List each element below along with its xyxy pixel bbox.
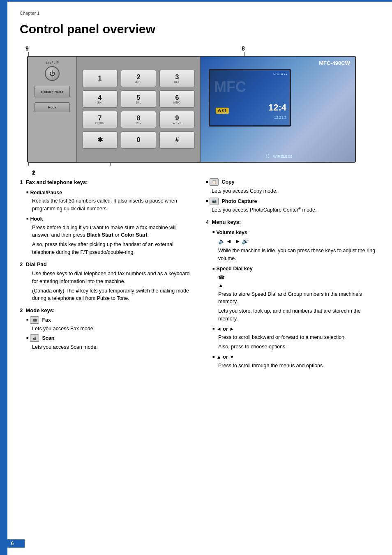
fax-mode-item: ■ 📠 Fax — [26, 316, 194, 324]
panel-diagram: 9 8 On / Off ⏻ Redial / Pause — [20, 44, 357, 172]
mfc-logo: MFC — [214, 78, 246, 96]
photo-label: Photo Capture — [221, 198, 257, 205]
scan-label: Scan — [42, 334, 54, 342]
photo-icon: 📷 — [210, 198, 219, 205]
volume-text: While the machine is idle, you can press… — [218, 247, 380, 263]
section-1-title: 1 Fax and telephone keys: — [20, 178, 194, 187]
onoff-button[interactable]: ⏻ — [45, 66, 60, 81]
model-label: MFC-490CW — [319, 60, 350, 66]
hook-heading: Hook — [26, 215, 194, 223]
speed-dial-text-1: Press to store Speed Dial and Group numb… — [218, 290, 380, 306]
hook-text-2: Also, press this key after picking up th… — [32, 241, 194, 256]
dial-key-4[interactable]: 4GHI — [82, 90, 118, 108]
onoff-button-area: On / Off ⏻ — [45, 61, 60, 81]
fax-label: Fax — [42, 316, 51, 324]
copy-mode-item: ■ 📋 Copy — [206, 178, 380, 186]
lr-text-1: Press to scroll backward or forward to a… — [218, 334, 380, 341]
dial-key-✱[interactable]: ✱ — [82, 131, 118, 149]
redial-pause-heading: Redial/Pause — [26, 189, 194, 197]
right-column: ■ 📋 Copy Lets you access Copy mode. ■ 📷 … — [206, 178, 380, 371]
top-line — [7, 0, 392, 2]
dial-key-1[interactable]: 1 — [82, 70, 118, 87]
lcd-screen: MFC Mem. ■ ●● 12:4 12.21.2 ⊙ 01 — [209, 69, 291, 127]
chapter-label: Chapter 1 — [20, 11, 380, 16]
power-icon: ⏻ — [49, 70, 55, 77]
panel-display: MFC-490CW MFC Mem. ■ ●● 12:4 12.21.2 ⊙ 0… — [201, 57, 355, 162]
dial-key-6[interactable]: 6MNO — [159, 90, 195, 108]
dial-key-8[interactable]: 8TUV — [121, 111, 156, 128]
photo-mode-item: ■ 📷 Photo Capture — [206, 198, 380, 205]
dial-key-7[interactable]: 7PQRS — [82, 111, 118, 128]
panel-left-section: On / Off ⏻ Redial / Pause Hook — [28, 57, 77, 162]
fax-text: Lets you access Fax mode. — [32, 325, 194, 333]
icon-01: ⊙ 01 — [216, 108, 229, 114]
dial-pad-text-1: Use these keys to dial telephone and fax… — [32, 270, 194, 286]
bullet-icon: ■ — [26, 336, 28, 341]
bullet-icon: ■ — [26, 317, 28, 323]
bullet-icon: ■ — [206, 180, 208, 185]
redial-pause-text: Redials the last 30 numbers called. It a… — [32, 197, 194, 213]
photo-text: Lets you access PhotoCapture Center® mod… — [212, 206, 380, 214]
section-4-title: 4 Menu keys: — [206, 218, 380, 226]
volume-keys-heading: Volume keys — [212, 229, 380, 237]
left-column: 1 Fax and telephone keys: Redial/Pause R… — [20, 178, 194, 371]
mem-indicator: Mem. ■ ●● — [273, 73, 287, 76]
speed-dial-symbols: ☎▲ — [218, 274, 380, 290]
dial-key-#[interactable]: # — [159, 131, 195, 149]
panel-illustration: On / Off ⏻ Redial / Pause Hook 12ABC3DEF… — [27, 56, 356, 163]
label-8: 8 — [242, 45, 245, 52]
time-display: 12:4 — [268, 102, 286, 113]
lr-text-2: Also, press to choose options. — [218, 343, 380, 351]
speed-dial-heading: Speed Dial key — [212, 265, 380, 273]
scan-icon: 🖨 — [30, 334, 39, 342]
content-columns: 1 Fax and telephone keys: Redial/Pause R… — [20, 178, 380, 371]
left-accent — [0, 0, 7, 555]
redial-pause-button[interactable]: Redial / Pause — [35, 86, 70, 97]
label-9: 9 — [25, 45, 29, 52]
fax-icon: 📠 — [30, 316, 39, 324]
dial-key-3[interactable]: 3DEF — [159, 70, 195, 87]
label-2: 2 — [32, 169, 35, 176]
wireless-text: WIRELESS — [273, 154, 293, 159]
ud-heading: ▲ or ▼ — [212, 353, 380, 361]
hook-text-1: Press before dialing if you want to make… — [32, 224, 194, 240]
hook-button[interactable]: Hook — [35, 102, 70, 112]
scan-text: Lets you access Scan mode. — [32, 343, 194, 351]
section-2-title: 2 Dial Pad — [20, 260, 194, 269]
copy-label: Copy — [221, 178, 234, 186]
dial-key-2[interactable]: 2ABC — [121, 70, 156, 87]
volume-symbols: 🔈◄ ►🔊 — [218, 237, 380, 246]
scan-mode-item: ■ 🖨 Scan — [26, 334, 194, 342]
dial-key-5[interactable]: 5JKL — [121, 90, 156, 108]
speed-dial-text-2: Lets you store, look up, and dial number… — [218, 307, 380, 323]
wireless-icon: 〈〉 — [263, 154, 272, 159]
dial-key-0[interactable]: 0 — [121, 131, 156, 149]
wireless-label: 〈〉 WIRELESS — [263, 153, 293, 159]
dial-pad: 12ABC3DEF4GHI5JKL6MNO7PQRS8TUV9WXYZ✱0# — [77, 57, 201, 162]
copy-icon: 📋 — [210, 178, 219, 186]
bullet-icon: ■ — [206, 198, 208, 204]
page-title: Control panel overview — [20, 22, 380, 36]
copy-text: Lets you access Copy mode. — [212, 187, 380, 195]
ud-text: Press to scroll through the menus and op… — [218, 362, 380, 370]
page-number: 6 — [0, 539, 25, 548]
lr-heading: ◄ or ► — [212, 325, 380, 333]
section-3-title: 3 Mode keys: — [20, 306, 194, 315]
dial-key-9[interactable]: 9WXYZ — [159, 111, 195, 128]
dial-pad-text-2: (Canada only) The # key lets you tempora… — [32, 287, 194, 303]
date-display: 12.21.2 — [274, 115, 286, 120]
onoff-label: On / Off — [45, 61, 60, 65]
